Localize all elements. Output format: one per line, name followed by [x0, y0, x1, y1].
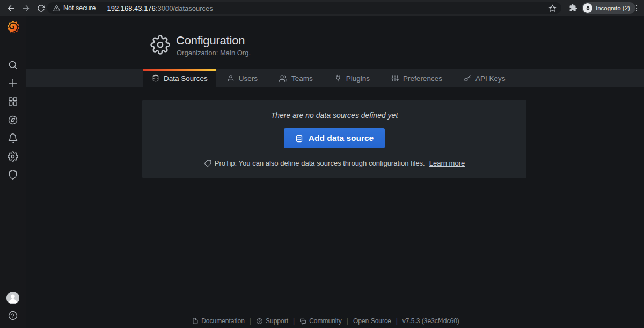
tab-plugins[interactable]: Plugins	[324, 69, 380, 87]
browser-back-button[interactable]	[3, 2, 18, 14]
empty-datasources-panel: There are no data sources defined yet Ad…	[142, 100, 526, 178]
tab-label: Users	[239, 74, 258, 83]
footer-label: Open Source	[353, 317, 391, 325]
footer-label: Documentation	[201, 317, 245, 325]
grafana-logo[interactable]	[6, 20, 20, 34]
incognito-label: Incognito (2)	[596, 5, 630, 11]
footer-separator: |	[250, 317, 251, 325]
help-icon[interactable]	[8, 310, 18, 321]
browser-refresh-button[interactable]	[33, 2, 48, 14]
database-icon	[295, 135, 303, 143]
tab-preferences[interactable]: Preferences	[380, 69, 453, 87]
add-data-source-label: Add data source	[309, 133, 374, 143]
tab-label: Preferences	[403, 74, 442, 83]
incognito-badge[interactable]: Incognito (2)	[582, 2, 635, 14]
incognito-spy-icon	[583, 3, 592, 13]
empty-state-message: There are no data sources defined yet	[271, 111, 398, 120]
create-plus-icon[interactable]	[8, 78, 18, 88]
tab-label: Data Sources	[164, 74, 208, 83]
footer-separator: |	[293, 317, 295, 325]
key-icon	[464, 74, 471, 82]
document-icon	[192, 318, 199, 324]
app-window: Not secure 192.168.43.176:3000/datasourc…	[0, 0, 644, 328]
page-subtitle: Organization: Main Org.	[177, 49, 251, 57]
address-bar[interactable]: Not secure 192.168.43.176:3000/datasourc…	[47, 2, 561, 14]
browser-forward-button[interactable]	[18, 2, 33, 14]
security-label: Not secure	[63, 4, 96, 12]
tab-users[interactable]: Users	[216, 69, 268, 87]
page-title: Configuration	[176, 34, 245, 48]
not-secure-warning-icon	[53, 5, 60, 12]
address-divider	[101, 5, 101, 12]
user-icon	[227, 74, 235, 82]
footer-label: Support	[266, 317, 288, 325]
search-icon[interactable]	[8, 59, 18, 70]
database-icon	[152, 74, 159, 82]
sliders-icon	[391, 74, 399, 82]
footer-link-community[interactable]: Community	[299, 317, 342, 325]
footer-separator: |	[347, 317, 348, 325]
url-path: :3000/datasources	[156, 4, 213, 12]
footer-separator: |	[396, 317, 398, 325]
comments-icon	[299, 318, 306, 325]
add-data-source-button[interactable]: Add data source	[284, 128, 385, 148]
grafana-sidebar	[0, 16, 26, 328]
page-footer: Documentation | Support | Community | Op…	[17, 317, 635, 325]
user-avatar[interactable]	[6, 292, 19, 304]
protip-row: ProTip: You can also define data sources…	[204, 159, 465, 167]
tab-label: Teams	[291, 74, 313, 83]
footer-link-open-source[interactable]: Open Source	[353, 317, 391, 325]
tab-data-sources[interactable]: Data Sources	[143, 69, 216, 87]
tab-label: Plugins	[346, 74, 370, 83]
extensions-puzzle-icon[interactable]	[569, 4, 577, 12]
footer-label: Community	[309, 317, 342, 325]
bookmark-star-icon[interactable]	[548, 4, 557, 12]
users-icon	[279, 74, 287, 83]
url-host: 192.168.43.176	[107, 4, 155, 12]
page-header-gear-icon	[150, 35, 170, 57]
tab-api-keys[interactable]: API Keys	[453, 69, 516, 87]
configuration-gear-icon[interactable]	[8, 151, 18, 162]
tab-teams[interactable]: Teams	[268, 69, 324, 87]
tag-icon	[204, 160, 211, 167]
learn-more-link[interactable]: Learn more	[429, 159, 465, 167]
dashboards-grid-icon[interactable]	[8, 96, 18, 107]
browser-toolbar: Not secure 192.168.43.176:3000/datasourc…	[0, 0, 644, 16]
footer-version: v7.5.3 (3e3cf4dc60)	[402, 317, 459, 325]
protip-text: ProTip: You can also define data sources…	[215, 159, 425, 167]
server-admin-shield-icon[interactable]	[8, 169, 18, 180]
tab-label: API Keys	[475, 74, 506, 83]
footer-link-support[interactable]: Support	[256, 317, 288, 325]
footer-link-documentation[interactable]: Documentation	[192, 317, 245, 325]
tab-bar: Data Sources Users Teams Plugins	[143, 69, 516, 87]
footer-version-label: v7.5.3 (3e3cf4dc60)	[402, 317, 459, 325]
browser-menu-icon[interactable]	[631, 3, 642, 13]
explore-compass-icon[interactable]	[8, 115, 18, 125]
question-circle-icon	[256, 318, 263, 325]
plug-icon	[334, 74, 342, 82]
alerting-bell-icon[interactable]	[8, 133, 18, 144]
main-view: Configuration Organization: Main Org. Da…	[26, 16, 644, 328]
